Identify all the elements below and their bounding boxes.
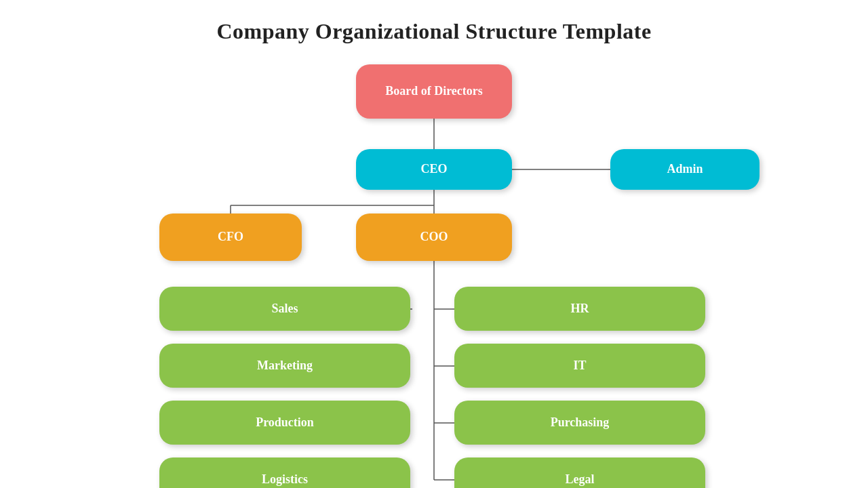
node-logistics: Logistics: [159, 458, 410, 488]
board-label: Board of Directors: [385, 84, 483, 99]
node-cfo: CFO: [159, 214, 302, 261]
node-sales: Sales: [159, 287, 410, 331]
node-hr: HR: [454, 287, 705, 331]
node-ceo: CEO: [356, 149, 512, 190]
coo-label: COO: [420, 230, 448, 245]
node-legal: Legal: [454, 458, 705, 488]
node-production: Production: [159, 401, 410, 445]
node-marketing: Marketing: [159, 344, 410, 388]
hr-label: HR: [571, 302, 589, 317]
org-chart: Board of Directors CEO Admin CFO COO Sal…: [61, 51, 807, 485]
page-title: Company Organizational Structure Templat…: [216, 19, 651, 44]
purchasing-label: Purchasing: [551, 415, 610, 430]
node-board: Board of Directors: [356, 64, 512, 119]
marketing-label: Marketing: [257, 359, 313, 373]
sales-label: Sales: [271, 302, 298, 317]
node-coo: COO: [356, 214, 512, 261]
node-purchasing: Purchasing: [454, 401, 705, 445]
it-label: IT: [573, 359, 586, 373]
ceo-label: CEO: [420, 162, 447, 177]
production-label: Production: [256, 415, 314, 430]
node-admin: Admin: [610, 149, 760, 190]
logistics-label: Logistics: [262, 472, 308, 487]
legal-label: Legal: [566, 472, 595, 487]
admin-label: Admin: [667, 162, 703, 177]
cfo-label: CFO: [218, 230, 243, 245]
node-it: IT: [454, 344, 705, 388]
